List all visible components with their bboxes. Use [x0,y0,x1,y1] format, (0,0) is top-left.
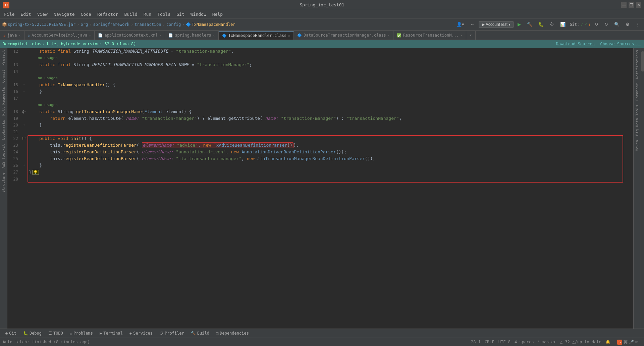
tab-springhandlers[interactable]: 📄 spring.handlers ✕ [165,31,218,40]
breadcrumb-class[interactable]: TxNamespaceHandler [192,22,235,27]
menu-file[interactable]: File [1,11,17,17]
search-button[interactable]: 🔍 [612,21,622,28]
debug-tool-icon: 🐛 [23,331,28,336]
download-sources-link[interactable]: Download Sources [556,42,595,46]
left-sidebar: Project Commit Pull Requests Bookmarks A… [0,48,7,329]
code-editor[interactable]: 12 static final String TRANSACTION_MANAG… [7,48,633,329]
scrollbar-thumb[interactable] [641,51,644,71]
panel-database[interactable]: Database [634,81,640,103]
line-ending[interactable]: CRLF [485,340,494,344]
title-bar-controls[interactable]: — ❐ ✕ [621,2,641,8]
git-branch-icon: ⑂ [538,340,540,344]
breadcrumb-spring[interactable]: springframework [93,22,129,27]
tab-txnamespacehandler[interactable]: 🔷 TxNamespaceHandler.class ✕ [219,31,294,40]
tab-java[interactable]: ☕ java ✕ [0,31,24,40]
panel-bookmarks[interactable]: Bookmarks [0,118,7,142]
tab-accountserviceimpl[interactable]: ☕ AccountServiceImpl.java ✕ [24,31,95,40]
bottom-todo-btn[interactable]: ☰ TODO [46,330,66,336]
minimize-button[interactable]: — [621,2,627,8]
title-bar-title: Spring_ioc_test01 [300,2,344,7]
menu-build[interactable]: Build [122,11,140,17]
vertical-scrollbar[interactable] [641,48,644,329]
panel-pull-requests[interactable]: Pull Requests [0,85,7,118]
git-sync-status[interactable]: △ 32 △/up-to-date [560,340,601,344]
cursor-position[interactable]: 28:1 [471,340,481,344]
run-button[interactable]: ▶ [516,21,523,28]
panel-aws-toolkit[interactable]: AWS Toolkit [0,142,7,170]
run-config-icon: ▶ [482,22,485,27]
code-line-18: 18 @◦ static String getTransactionManage… [7,108,633,115]
menu-edit[interactable]: Edit [18,11,34,17]
tab-datasourcetransaction-close[interactable]: ✕ [388,34,390,37]
toolbar-vcs-btn[interactable]: 👤▾ [454,21,466,28]
bottom-git-btn[interactable]: ◉ Git [3,330,19,336]
maximize-button[interactable]: ❐ [629,2,634,8]
menu-view[interactable]: View [35,11,50,17]
panel-maven[interactable]: Maven [634,138,640,153]
panel-notifications[interactable]: Notifications [634,48,640,81]
bottom-debug-btn[interactable]: 🐛 Debug [20,330,44,336]
build-button[interactable]: 🔨 [525,21,534,28]
toolbar-back-btn[interactable]: ← [468,21,477,28]
redo-button[interactable]: ↻ [602,21,610,28]
bottom-profiler-btn[interactable]: ⏱ Profiler [157,330,187,336]
panel-bigdata[interactable]: Big Data Tools [634,103,640,138]
tab-applicationcontext-close[interactable]: ✕ [159,34,161,37]
tab-datasourcetransaction-icon: 🔷 [297,33,302,38]
menu-help[interactable]: Help [210,11,225,17]
code-line-24: 24 this.registerBeanDefinitionParser( el… [7,149,633,155]
breadcrumb-config[interactable]: config [166,22,181,27]
tab-applicationcontext[interactable]: 📄 applicationContext.xml ✕ [95,31,165,40]
bottom-build-btn[interactable]: 🔨 Build [188,330,212,336]
git-tool-label: Git [9,331,16,336]
breadcrumb-jar[interactable]: spring-tx-5.2.13.RELEASE.jar [8,22,75,27]
right-sidebar: Notifications Database Big Data Tools Ma… [633,48,641,329]
services-tool-icon: ◈ [129,331,132,336]
menu-git[interactable]: Git [174,11,187,17]
choose-sources-link[interactable]: Choose Sources... [600,42,641,46]
tab-txnamespacehandler-close[interactable]: ✕ [288,34,290,38]
menu-navigate[interactable]: Navigate [51,11,77,17]
panel-commit[interactable]: Commit [0,67,7,85]
encoding[interactable]: UTF-8 [498,340,511,344]
breadcrumb-org[interactable]: org [81,22,88,27]
debug-button[interactable]: 🐛 [536,21,546,28]
todo-tool-icon: ☰ [48,331,52,336]
tab-resourcetransaction[interactable]: ✅ ResourceTransactionM... ✕ [393,31,466,40]
title-bar: IJ Spring_ioc_test01 — ❐ ✕ [0,0,644,10]
info-bar: Decompiled .class file, bytecode version… [0,40,644,48]
tab-resourcetransaction-close[interactable]: ✕ [461,34,463,37]
tab-java-close[interactable]: ✕ [19,34,21,37]
tab-accountserviceimpl-close[interactable]: ✕ [89,34,91,37]
menu-code[interactable]: Code [78,11,94,17]
tab-txnamespacehandler-icon: 🔷 [222,34,227,38]
more-button[interactable]: ⋮ [634,21,642,28]
run-config-selector[interactable]: ▶ AccountTest ▾ [479,21,514,28]
panel-project[interactable]: Project [0,48,7,67]
panel-structure[interactable]: Structure [0,170,7,195]
notifications-icon-status[interactable]: 🔔 [605,340,610,344]
status-right: 28:1 CRLF UTF-8 4 spaces ⑂ master △ 32 △… [471,339,641,345]
bottom-services-btn[interactable]: ◈ Services [127,330,155,336]
build-tool-label: Build [197,331,209,336]
bottom-terminal-btn[interactable]: ▶ Terminal [97,330,125,336]
menu-tools[interactable]: Tools [155,11,173,17]
settings-button[interactable]: ⚙ [624,21,632,28]
profile-button[interactable]: ⏱ [548,21,556,28]
bottom-problems-btn[interactable]: ⚠ Problems [67,330,96,336]
tab-more[interactable]: ▾ [466,31,476,40]
tab-datasourcetransaction[interactable]: 🔷 DataSourceTransactionManager.class ✕ [294,31,393,40]
bottom-dependencies-btn[interactable]: ◫ Dependencies [213,330,252,336]
menu-run[interactable]: Run [141,11,154,17]
breadcrumb-transaction[interactable]: transaction [135,22,161,27]
close-button[interactable]: ✕ [636,2,641,8]
git-branch[interactable]: ⑂ master [538,340,556,344]
coverage-button[interactable]: 📊 [558,21,568,28]
code-line-26: 26 ◦ } [7,162,633,169]
tab-springhandlers-close[interactable]: ✕ [213,34,215,37]
undo-button[interactable]: ↺ [593,21,600,28]
indent-setting[interactable]: 4 spaces [515,340,534,344]
problems-tool-icon: ⚠ [70,331,72,336]
menu-window[interactable]: Window [188,11,209,17]
menu-refactor[interactable]: Refactor [95,11,121,17]
